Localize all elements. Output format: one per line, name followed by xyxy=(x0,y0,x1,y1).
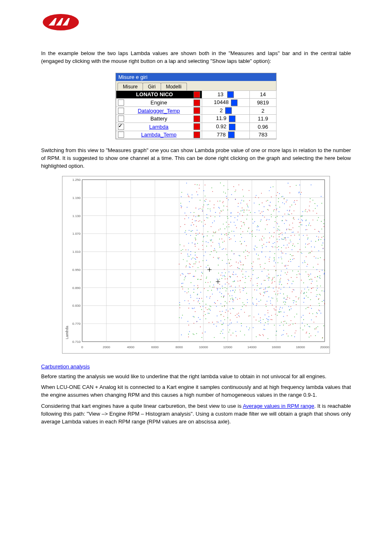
svg-point-703 xyxy=(286,253,286,254)
svg-point-926 xyxy=(303,319,304,320)
svg-point-1228 xyxy=(272,298,273,298)
svg-point-688 xyxy=(302,253,302,254)
svg-point-977 xyxy=(226,222,227,222)
svg-point-799 xyxy=(181,206,182,207)
tab-giri[interactable]: Giri xyxy=(143,83,161,90)
svg-point-285 xyxy=(284,266,285,266)
svg-point-962 xyxy=(220,210,221,211)
svg-point-272 xyxy=(311,283,312,284)
row-checkbox[interactable] xyxy=(118,108,124,114)
row-checkbox[interactable] xyxy=(118,116,124,122)
row-checkbox[interactable] xyxy=(118,99,124,106)
svg-point-915 xyxy=(225,192,226,193)
svg-point-769 xyxy=(311,184,311,185)
svg-point-417 xyxy=(189,196,189,197)
svg-point-965 xyxy=(242,306,243,307)
svg-point-1008 xyxy=(195,271,196,271)
svg-point-1185 xyxy=(240,255,240,256)
svg-point-1071 xyxy=(181,192,182,193)
row-name[interactable]: Lambda_Temp xyxy=(127,132,191,138)
svg-text:0.710: 0.710 xyxy=(72,340,81,344)
tab-misure[interactable]: Misure xyxy=(118,83,143,90)
svg-point-56 xyxy=(237,317,238,318)
svg-point-817 xyxy=(224,275,225,276)
svg-point-1196 xyxy=(211,187,212,188)
svg-point-257 xyxy=(277,192,278,193)
svg-point-534 xyxy=(223,275,224,276)
tab-modelli[interactable]: Modelli xyxy=(161,83,187,90)
row-name[interactable]: Lambda xyxy=(127,124,191,130)
svg-point-954 xyxy=(210,305,210,306)
row-checkbox[interactable] xyxy=(118,132,124,138)
svg-point-964 xyxy=(243,209,244,210)
svg-point-144 xyxy=(195,311,196,312)
svg-point-1026 xyxy=(281,196,282,197)
svg-point-1024 xyxy=(291,335,292,336)
svg-point-990 xyxy=(322,245,323,245)
svg-point-869 xyxy=(240,210,241,211)
svg-point-1145 xyxy=(320,278,321,279)
svg-point-413 xyxy=(204,311,205,312)
svg-point-804 xyxy=(206,260,207,261)
svg-point-464 xyxy=(235,287,236,287)
svg-point-1037 xyxy=(281,311,281,312)
svg-point-155 xyxy=(230,266,231,266)
svg-point-369 xyxy=(184,218,185,219)
svg-point-1127 xyxy=(283,294,284,294)
svg-point-696 xyxy=(304,289,305,289)
svg-point-1128 xyxy=(223,210,224,210)
svg-point-1173 xyxy=(219,238,220,239)
svg-point-1168 xyxy=(212,235,213,236)
svg-point-116 xyxy=(236,335,237,336)
svg-point-206 xyxy=(186,266,187,267)
svg-point-859 xyxy=(199,298,200,299)
svg-point-320 xyxy=(224,269,225,270)
svg-point-195 xyxy=(299,222,300,223)
svg-point-671 xyxy=(253,327,254,328)
svg-point-906 xyxy=(199,303,200,304)
svg-point-329 xyxy=(300,249,300,250)
row-name[interactable]: Datalogger_Temp xyxy=(127,108,191,114)
svg-point-543 xyxy=(267,275,267,276)
svg-point-771 xyxy=(218,321,219,322)
svg-point-749 xyxy=(323,243,323,243)
svg-point-1214 xyxy=(283,324,284,325)
svg-point-360 xyxy=(301,280,302,280)
svg-point-735 xyxy=(271,297,272,298)
svg-point-784 xyxy=(306,220,307,221)
svg-point-578 xyxy=(194,289,194,289)
svg-point-575 xyxy=(280,293,281,294)
svg-point-515 xyxy=(220,288,221,289)
svg-point-1273 xyxy=(257,285,258,286)
svg-point-1166 xyxy=(229,295,230,296)
svg-point-707 xyxy=(292,259,293,259)
svg-point-91 xyxy=(205,185,205,185)
svg-point-712 xyxy=(293,302,294,303)
svg-point-610 xyxy=(231,222,231,222)
svg-point-323 xyxy=(260,213,261,214)
svg-point-632 xyxy=(303,302,304,303)
svg-point-416 xyxy=(242,207,242,208)
svg-point-312 xyxy=(226,206,227,207)
svg-point-88 xyxy=(192,266,193,267)
svg-point-626 xyxy=(189,201,190,202)
svg-point-181 xyxy=(244,222,244,223)
svg-point-1104 xyxy=(275,246,276,247)
svg-point-580 xyxy=(191,224,191,225)
svg-point-1062 xyxy=(282,263,283,264)
row-checkbox[interactable] xyxy=(118,124,124,130)
svg-point-51 xyxy=(200,326,201,327)
svg-point-403 xyxy=(318,231,319,231)
svg-point-834 xyxy=(303,235,304,236)
svg-point-631 xyxy=(300,194,301,194)
svg-point-84 xyxy=(272,305,273,305)
svg-point-624 xyxy=(263,215,263,216)
svg-point-353 xyxy=(276,287,277,287)
svg-point-972 xyxy=(224,234,225,235)
svg-point-1066 xyxy=(298,297,299,298)
svg-point-445 xyxy=(318,310,319,310)
svg-point-604 xyxy=(205,331,206,332)
svg-point-868 xyxy=(278,275,279,276)
svg-point-46 xyxy=(256,303,257,304)
svg-point-439 xyxy=(228,283,229,284)
